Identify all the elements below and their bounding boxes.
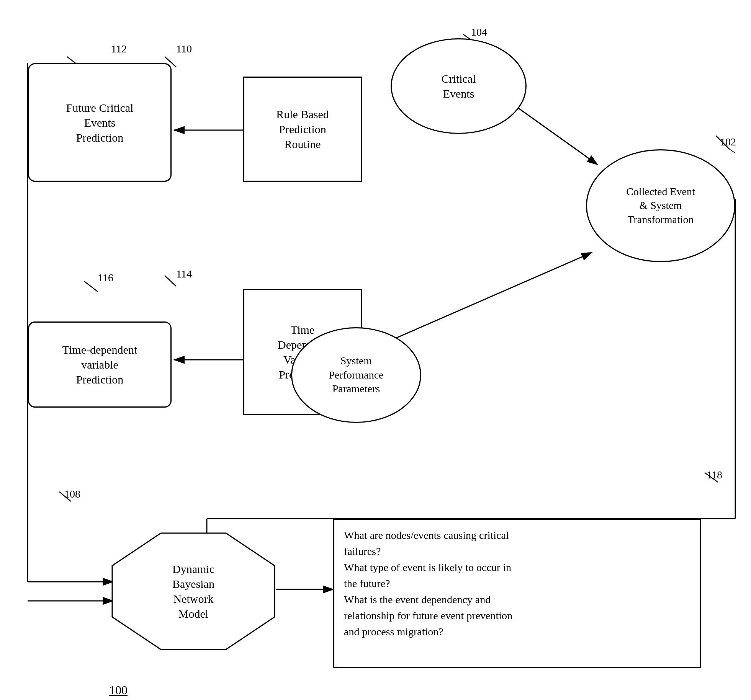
svg-line-3: [517, 107, 597, 165]
ref-102: 102: [720, 136, 736, 148]
dynamic-bayesian-text: Dynamic Bayesian Network Model: [172, 561, 214, 621]
ref-116: 116: [98, 272, 113, 284]
svg-line-19: [165, 276, 176, 286]
diagram-container: 112 110 104 102 116 114 106 108 118 Futu…: [0, 0, 751, 700]
time-dependent-rounded-box: Time-dependent variable Prediction: [28, 321, 172, 408]
ref-104: 104: [471, 26, 487, 38]
critical-events-label: Critical Events: [442, 71, 476, 101]
questions-box: What are nodes/events causing critical f…: [333, 519, 701, 668]
ref-118: 118: [707, 469, 722, 481]
questions-text: What are nodes/events causing critical f…: [344, 529, 512, 638]
collected-event-ellipse: Collected Event & System Transformation: [586, 149, 735, 262]
rule-based-label: Rule Based Prediction Routine: [276, 107, 329, 152]
svg-line-24: [730, 149, 735, 153]
svg-line-18: [84, 281, 98, 292]
system-performance-ellipse: System Performance Parameters: [291, 327, 421, 423]
time-dependent-rounded-label: Time-dependent variable Prediction: [62, 342, 137, 387]
figure-number: 100: [109, 683, 128, 697]
future-critical-events-label: Future Critical Events Prediction: [66, 100, 134, 145]
future-critical-events-box: Future Critical Events Prediction: [28, 63, 172, 182]
ref-114: 114: [176, 268, 192, 280]
critical-events-ellipse: Critical Events: [391, 38, 527, 134]
system-performance-label: System Performance Parameters: [329, 354, 383, 396]
ref-110: 110: [176, 43, 192, 55]
dynamic-bayesian-container: Dynamic Bayesian Network Model: [111, 532, 276, 651]
ref-112: 112: [111, 43, 127, 55]
collected-event-label: Collected Event & System Transformation: [626, 185, 695, 227]
svg-line-4: [364, 253, 592, 352]
rule-based-box: Rule Based Prediction Routine: [243, 77, 362, 182]
dynamic-bayesian-label: Dynamic Bayesian Network Model: [112, 533, 275, 649]
ref-108: 108: [64, 488, 80, 500]
